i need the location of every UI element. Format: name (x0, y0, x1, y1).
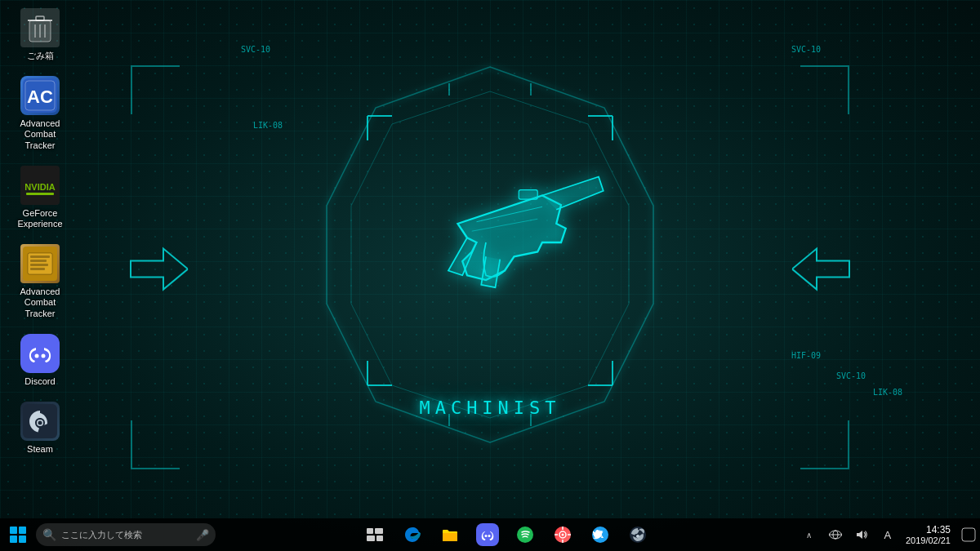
svg-text:AC: AC (27, 87, 53, 107)
svg-rect-26 (30, 256, 50, 258)
svg-rect-9 (519, 189, 537, 199)
corner-decoration-tr (800, 65, 849, 114)
nvidia-icon: NVIDIA (20, 166, 60, 205)
tray-volume-icon[interactable] (850, 523, 873, 546)
recycle-bin-label: ごみ箱 (27, 51, 54, 61)
desktop-icon-discord[interactable]: Discord (8, 334, 72, 387)
desktop-icon-act1[interactable]: AC Advanced Combat Tracker (8, 76, 72, 151)
svg-rect-14 (36, 16, 44, 20)
clock-time: 14:35 (926, 524, 951, 535)
hud-arrow-left (122, 244, 188, 296)
taskbar-discord[interactable] (473, 520, 502, 549)
svg-point-42 (488, 535, 491, 537)
hud-label-svc10-br: SVC-10 (836, 371, 866, 380)
discord-label: Discord (24, 376, 55, 387)
svg-point-31 (35, 353, 39, 358)
taskbar-tray: ∧ A (798, 523, 906, 546)
taskbar-clock[interactable]: 14:35 2019/02/21 (906, 524, 957, 545)
hud-label-hif09: HIF-09 (791, 351, 821, 360)
taskbar-explorer[interactable] (435, 520, 465, 549)
svg-text:NVIDIA: NVIDIA (24, 182, 55, 192)
desktop: SVC-10 LIK-08 SVC-10 HIF-09 SVC-10 LIK-0… (0, 0, 980, 551)
desktop-icon-recycle-bin[interactable]: ごみ箱 (8, 8, 72, 61)
notification-center-button[interactable] (957, 523, 980, 546)
svg-rect-39 (376, 535, 383, 541)
taskbar-spotify[interactable] (510, 520, 540, 549)
taskbar-itunes[interactable] (548, 520, 577, 549)
svg-rect-30 (23, 336, 57, 371)
tray-language[interactable]: A (876, 523, 899, 546)
hud-center: MACHINIST (253, 42, 727, 467)
desktop-icon-nvidia[interactable]: NVIDIA GeForce Experience (8, 166, 72, 229)
corner-decoration-tl (131, 65, 180, 114)
act2-icon (20, 244, 60, 283)
svg-point-54 (636, 535, 639, 538)
search-icon: 🔍 (42, 528, 56, 541)
steam-label: Steam (27, 444, 53, 455)
svg-rect-29 (30, 268, 45, 270)
hud-label-lik08-br: LIK-08 (873, 388, 902, 397)
steam-icon (20, 402, 60, 441)
svg-rect-37 (375, 528, 383, 534)
desktop-icon-steam[interactable]: Steam (8, 402, 72, 455)
taskbar-edge[interactable] (398, 520, 427, 549)
svg-rect-27 (30, 260, 47, 262)
recycle-bin-icon (20, 8, 60, 47)
taskbar-search[interactable]: 🔍 ここに入力して検索 🎤 (36, 523, 216, 546)
machinist-text: MACHINIST (419, 398, 560, 418)
taskbar-steam[interactable] (623, 520, 653, 549)
corner-decoration-bl (131, 420, 180, 469)
taskbar-task-view[interactable] (360, 520, 390, 549)
svg-rect-23 (26, 193, 54, 195)
microphone-icon[interactable]: 🎤 (196, 529, 209, 541)
tray-network-icon[interactable] (824, 523, 847, 546)
hud-label-svc10-right: SVC-10 (791, 45, 821, 54)
svg-rect-57 (962, 528, 975, 541)
svg-rect-28 (30, 264, 48, 266)
svg-point-32 (42, 353, 46, 358)
hud-arrow-right (792, 244, 858, 296)
svg-text:𝕏: 𝕏 (597, 531, 604, 540)
discord-icon (20, 334, 60, 373)
windows-logo-icon (10, 527, 26, 543)
start-button[interactable] (0, 518, 36, 551)
taskbar: 🔍 ここに入力して検索 🎤 (0, 518, 980, 551)
svg-point-43 (517, 527, 533, 543)
svg-point-46 (562, 534, 564, 536)
desktop-icon-act2[interactable]: Advanced Combat Tracker (8, 244, 72, 319)
act1-icon: AC (20, 76, 60, 115)
taskbar-twitter[interactable]: 𝕏 (586, 520, 615, 549)
desktop-icons: ごみ箱 AC Advanced Combat Tracker NVIDIA (8, 8, 72, 455)
taskbar-apps: 𝕏 (216, 520, 798, 549)
svg-marker-0 (131, 248, 188, 289)
search-placeholder-text: ここに入力して検索 (61, 529, 191, 541)
discord-taskbar-icon (476, 523, 499, 546)
act2-label: Advanced Combat Tracker (8, 287, 72, 319)
act1-label: Advanced Combat Tracker (8, 118, 72, 151)
tray-show-hidden[interactable]: ∧ (798, 523, 821, 546)
svg-point-41 (485, 535, 488, 537)
clock-date: 2019/02/21 (906, 535, 951, 545)
svg-rect-38 (367, 535, 375, 541)
svg-point-35 (38, 420, 42, 424)
svg-marker-1 (792, 248, 849, 289)
nvidia-label: GeForce Experience (8, 208, 72, 229)
svg-rect-40 (479, 527, 496, 543)
svg-rect-36 (367, 528, 373, 534)
corner-decoration-br (800, 420, 849, 469)
